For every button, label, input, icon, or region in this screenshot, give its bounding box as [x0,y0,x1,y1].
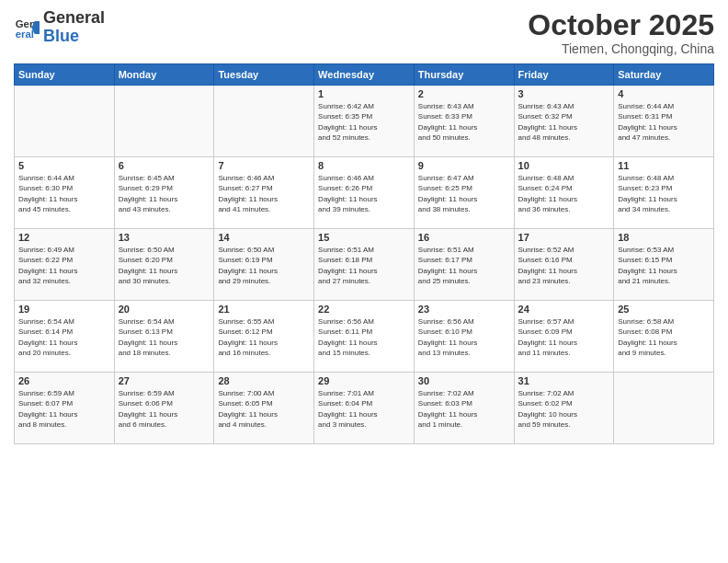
logo: Gen eral General Blue [14,9,105,46]
calendar-cell [614,373,714,444]
title-block: October 2025 Tiemen, Chongqing, China [528,9,714,56]
calendar-cell: 22Sunrise: 6:56 AM Sunset: 6:11 PM Dayli… [314,301,415,373]
day-number: 1 [318,88,410,99]
day-info: Sunrise: 6:48 AM Sunset: 6:23 PM Dayligh… [618,173,710,214]
calendar-week-5: 26Sunrise: 6:59 AM Sunset: 6:07 PM Dayli… [15,373,714,444]
day-info: Sunrise: 6:56 AM Sunset: 6:10 PM Dayligh… [418,316,510,358]
day-info: Sunrise: 6:46 AM Sunset: 6:26 PM Dayligh… [318,173,410,214]
day-number: 15 [318,232,410,243]
calendar-cell: 6Sunrise: 6:45 AM Sunset: 6:29 PM Daylig… [114,157,214,229]
day-number: 12 [18,232,110,243]
calendar-week-3: 12Sunrise: 6:49 AM Sunset: 6:22 PM Dayli… [15,229,714,301]
day-info: Sunrise: 6:58 AM Sunset: 6:08 PM Dayligh… [618,316,710,358]
day-number: 5 [18,160,110,171]
calendar-cell: 30Sunrise: 7:02 AM Sunset: 6:03 PM Dayli… [414,373,514,444]
day-number: 2 [418,88,510,99]
calendar-cell: 24Sunrise: 6:57 AM Sunset: 6:09 PM Dayli… [514,301,614,373]
calendar-cell [15,86,115,157]
day-info: Sunrise: 6:51 AM Sunset: 6:18 PM Dayligh… [318,245,410,286]
day-number: 6 [119,160,210,171]
calendar-cell: 11Sunrise: 6:48 AM Sunset: 6:23 PM Dayli… [614,157,714,229]
day-number: 29 [318,375,410,386]
day-number: 11 [618,160,710,171]
day-info: Sunrise: 6:48 AM Sunset: 6:24 PM Dayligh… [518,173,610,214]
header-monday: Monday [114,64,214,86]
calendar-cell: 25Sunrise: 6:58 AM Sunset: 6:08 PM Dayli… [614,301,714,373]
day-number: 31 [518,375,610,386]
header-sunday: Sunday [15,64,115,86]
calendar-cell: 7Sunrise: 6:46 AM Sunset: 6:27 PM Daylig… [214,157,314,229]
calendar-cell: 20Sunrise: 6:54 AM Sunset: 6:13 PM Dayli… [114,301,214,373]
day-info: Sunrise: 6:52 AM Sunset: 6:16 PM Dayligh… [518,245,610,286]
calendar-cell [214,86,314,157]
calendar-table: Sunday Monday Tuesday Wednesday Thursday… [14,63,714,444]
day-info: Sunrise: 6:59 AM Sunset: 6:07 PM Dayligh… [18,388,110,430]
day-number: 22 [318,304,410,315]
day-number: 25 [618,304,710,315]
calendar-cell: 23Sunrise: 6:56 AM Sunset: 6:10 PM Dayli… [414,301,514,373]
calendar-cell: 12Sunrise: 6:49 AM Sunset: 6:22 PM Dayli… [15,229,115,301]
calendar-cell: 5Sunrise: 6:44 AM Sunset: 6:30 PM Daylig… [15,157,115,229]
calendar-cell: 21Sunrise: 6:55 AM Sunset: 6:12 PM Dayli… [214,301,314,373]
day-number: 27 [119,375,210,386]
day-number: 28 [218,375,310,386]
day-info: Sunrise: 6:57 AM Sunset: 6:09 PM Dayligh… [518,316,610,358]
day-info: Sunrise: 6:55 AM Sunset: 6:12 PM Dayligh… [218,316,310,358]
day-number: 7 [218,160,310,171]
day-number: 21 [218,304,310,315]
day-number: 4 [618,88,710,99]
day-number: 18 [618,232,710,243]
calendar-cell: 16Sunrise: 6:51 AM Sunset: 6:17 PM Dayli… [414,229,514,301]
calendar-cell: 26Sunrise: 6:59 AM Sunset: 6:07 PM Dayli… [15,373,115,444]
day-number: 24 [518,304,610,315]
day-info: Sunrise: 6:47 AM Sunset: 6:25 PM Dayligh… [418,173,510,214]
day-number: 19 [18,304,110,315]
day-info: Sunrise: 7:01 AM Sunset: 6:04 PM Dayligh… [318,388,410,430]
month-title: October 2025 [528,9,714,41]
header-saturday: Saturday [614,64,714,86]
calendar-cell: 14Sunrise: 6:50 AM Sunset: 6:19 PM Dayli… [214,229,314,301]
calendar-cell: 2Sunrise: 6:43 AM Sunset: 6:33 PM Daylig… [414,86,514,157]
day-number: 30 [418,375,510,386]
day-info: Sunrise: 7:02 AM Sunset: 6:02 PM Dayligh… [518,388,610,430]
day-info: Sunrise: 6:51 AM Sunset: 6:17 PM Dayligh… [418,245,510,286]
calendar-cell: 9Sunrise: 6:47 AM Sunset: 6:25 PM Daylig… [414,157,514,229]
day-info: Sunrise: 6:45 AM Sunset: 6:29 PM Dayligh… [119,173,210,214]
day-info: Sunrise: 6:42 AM Sunset: 6:35 PM Dayligh… [318,101,410,143]
day-info: Sunrise: 6:43 AM Sunset: 6:32 PM Dayligh… [518,101,610,143]
location: Tiemen, Chongqing, China [528,41,714,56]
day-info: Sunrise: 6:59 AM Sunset: 6:06 PM Dayligh… [119,388,210,430]
day-number: 14 [218,232,310,243]
day-info: Sunrise: 6:44 AM Sunset: 6:30 PM Dayligh… [18,173,110,214]
header-thursday: Thursday [414,64,514,86]
day-number: 20 [119,304,210,315]
calendar-cell: 31Sunrise: 7:02 AM Sunset: 6:02 PM Dayli… [514,373,614,444]
day-info: Sunrise: 6:54 AM Sunset: 6:13 PM Dayligh… [119,316,210,358]
calendar-cell: 17Sunrise: 6:52 AM Sunset: 6:16 PM Dayli… [514,229,614,301]
day-info: Sunrise: 7:02 AM Sunset: 6:03 PM Dayligh… [418,388,510,430]
calendar-cell: 3Sunrise: 6:43 AM Sunset: 6:32 PM Daylig… [514,86,614,157]
day-number: 13 [119,232,210,243]
day-number: 9 [418,160,510,171]
calendar-cell: 15Sunrise: 6:51 AM Sunset: 6:18 PM Dayli… [314,229,415,301]
logo-blue-text: Blue [43,27,79,45]
day-number: 10 [518,160,610,171]
calendar-week-2: 5Sunrise: 6:44 AM Sunset: 6:30 PM Daylig… [15,157,714,229]
day-info: Sunrise: 6:49 AM Sunset: 6:22 PM Dayligh… [18,245,110,286]
day-info: Sunrise: 6:44 AM Sunset: 6:31 PM Dayligh… [618,101,710,143]
calendar-week-1: 1Sunrise: 6:42 AM Sunset: 6:35 PM Daylig… [15,86,714,157]
day-number: 26 [18,375,110,386]
logo-general-text: General [43,8,105,27]
day-number: 3 [518,88,610,99]
calendar-cell [114,86,214,157]
logo-icon: Gen eral [14,15,40,40]
calendar-cell: 27Sunrise: 6:59 AM Sunset: 6:06 PM Dayli… [114,373,214,444]
calendar-cell: 8Sunrise: 6:46 AM Sunset: 6:26 PM Daylig… [314,157,415,229]
page-header: Gen eral General Blue October 2025 Tieme… [14,9,714,56]
header-wednesday: Wednesday [314,64,415,86]
calendar-cell: 4Sunrise: 6:44 AM Sunset: 6:31 PM Daylig… [614,86,714,157]
day-info: Sunrise: 6:50 AM Sunset: 6:20 PM Dayligh… [119,245,210,286]
header-friday: Friday [514,64,614,86]
svg-text:eral: eral [16,28,34,39]
calendar-cell: 13Sunrise: 6:50 AM Sunset: 6:20 PM Dayli… [114,229,214,301]
